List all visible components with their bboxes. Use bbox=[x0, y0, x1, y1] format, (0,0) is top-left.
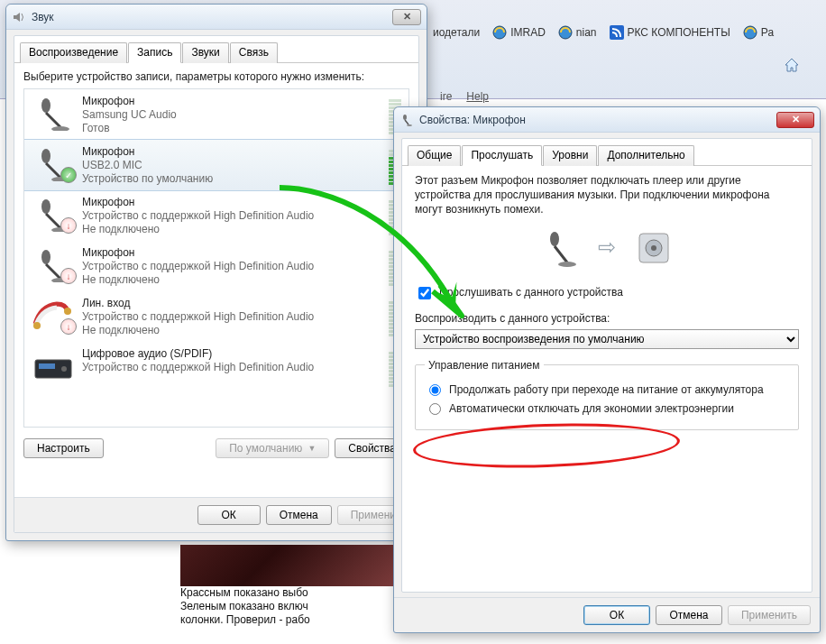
playback-device-select[interactable]: Устройство воспроизведения по умолчанию bbox=[415, 329, 799, 349]
ok-button[interactable]: ОК bbox=[583, 605, 650, 625]
playback-device-label: Воспроизводить с данного устройства: bbox=[415, 311, 799, 326]
cancel-button[interactable]: Отмена bbox=[266, 505, 332, 525]
device-status: Устройство по умолчанию bbox=[82, 172, 401, 185]
background-image-fragment bbox=[180, 545, 393, 586]
device-row[interactable]: Цифровое аудио (S/PDIF)Устройство с подд… bbox=[24, 342, 408, 392]
prop-inner: Общие Прослушать Уровни Дополнительно Эт… bbox=[401, 138, 812, 593]
tab-advanced[interactable]: Дополнительно bbox=[598, 145, 693, 166]
svg-rect-2 bbox=[610, 25, 624, 40]
device-name: Микрофон bbox=[82, 196, 401, 208]
listen-description: Этот разъем Микрофон позволяет подключат… bbox=[415, 173, 799, 217]
bookmark-item[interactable]: РКС КОМПОНЕНТЫ bbox=[610, 25, 730, 40]
device-row[interactable]: ↓Лин. входУстройство с поддержкой High D… bbox=[24, 291, 408, 342]
device-icon: ↓ bbox=[32, 246, 75, 282]
svg-point-23 bbox=[651, 245, 656, 251]
device-row[interactable]: ↓МикрофонУстройство с поддержкой High De… bbox=[24, 190, 408, 241]
svg-point-16 bbox=[61, 366, 67, 372]
device-subtitle: Устройство с поддержкой High Definition … bbox=[82, 361, 401, 373]
set-default-button[interactable]: По умолчанию▼ bbox=[216, 438, 329, 458]
background-menu: ireHelp bbox=[440, 87, 503, 105]
tab-playback[interactable]: Воспроизведение bbox=[20, 42, 127, 63]
device-status: Готов bbox=[82, 122, 401, 134]
prop-title: Свойства: Микрофон bbox=[419, 114, 776, 126]
tab-listen[interactable]: Прослушать bbox=[462, 145, 542, 166]
bookmark-item[interactable]: IMRAD bbox=[492, 25, 546, 40]
ok-button[interactable]: ОК bbox=[197, 505, 261, 525]
svg-point-5 bbox=[51, 126, 69, 131]
chevron-down-icon: ▼ bbox=[307, 444, 316, 453]
device-text: МикрофонSamsung UC AudioГотов bbox=[82, 95, 401, 134]
device-icon: ↓ bbox=[32, 297, 75, 333]
device-name: Лин. вход bbox=[82, 297, 401, 309]
device-status: Не подключено bbox=[82, 324, 401, 336]
device-row[interactable]: ↓МикрофонУстройство с поддержкой High De… bbox=[24, 241, 408, 291]
bookmark-item[interactable]: nian bbox=[558, 25, 597, 40]
svg-point-8 bbox=[41, 199, 50, 214]
mic-properties-dialog: Свойства: Микрофон ✕ Общие Прослушать Ур… bbox=[393, 106, 821, 633]
cancel-button[interactable]: Отмена bbox=[656, 605, 722, 625]
device-icon: ↓ bbox=[32, 196, 75, 232]
device-row[interactable]: ✓МикрофонUSB2.0 MICУстройство по умолчан… bbox=[23, 139, 409, 191]
device-icon: ✓ bbox=[32, 145, 75, 181]
device-subtitle: Устройство с поддержкой High Definition … bbox=[82, 260, 401, 272]
arrow-right-icon: ⇨ bbox=[598, 233, 616, 262]
tab-recording[interactable]: Запись bbox=[128, 42, 181, 63]
recording-prompt: Выберите устройство записи, параметры ко… bbox=[14, 63, 418, 87]
svg-point-4 bbox=[41, 98, 50, 113]
device-text: МикрофонUSB2.0 MICУстройство по умолчани… bbox=[82, 145, 401, 185]
pm-auto-off-label: Автоматически отключать для экономии эле… bbox=[449, 401, 734, 416]
device-subtitle: Устройство с поддержкой High Definition … bbox=[82, 310, 401, 323]
sound-titlebar[interactable]: Звук ✕ bbox=[6, 5, 427, 30]
device-status: Не подключено bbox=[82, 273, 401, 286]
microphone-icon bbox=[540, 228, 580, 268]
tab-levels[interactable]: Уровни bbox=[543, 145, 597, 166]
close-icon: ✕ bbox=[403, 11, 411, 23]
ie-icon bbox=[558, 25, 573, 40]
svg-point-17 bbox=[403, 115, 407, 120]
device-status: Не подключено bbox=[82, 223, 401, 235]
pm-continue-radio[interactable] bbox=[429, 384, 441, 396]
device-subtitle: Устройство с поддержкой High Definition … bbox=[82, 209, 401, 222]
device-text: МикрофонУстройство с поддержкой High Def… bbox=[82, 246, 401, 286]
apply-button[interactable]: Применить bbox=[728, 605, 811, 625]
tab-sounds[interactable]: Звуки bbox=[182, 42, 228, 63]
sound-dialog-buttons: ОК Отмена Примени bbox=[14, 497, 418, 532]
bookmarks-bar: иодетали IMRAD nian РКС КОМПОНЕНТЫ Ра bbox=[433, 25, 826, 40]
device-list[interactable]: МикрофонSamsung UC AudioГотов✓МикрофонUS… bbox=[23, 88, 409, 428]
bookmark-item[interactable]: иодетали bbox=[433, 26, 480, 39]
prop-titlebar[interactable]: Свойства: Микрофон ✕ bbox=[394, 107, 820, 133]
sound-inner: Воспроизведение Запись Звуки Связь Выбер… bbox=[14, 35, 419, 533]
device-subtitle: Samsung UC Audio bbox=[82, 108, 401, 121]
sound-tabs: Воспроизведение Запись Звуки Связь bbox=[14, 36, 418, 63]
pm-auto-off-radio[interactable] bbox=[429, 403, 441, 415]
device-text: МикрофонУстройство с поддержкой High Def… bbox=[82, 196, 401, 235]
close-button[interactable]: ✕ bbox=[392, 9, 421, 25]
listen-checkbox-label: Прослушивать с данного устройства bbox=[439, 285, 623, 299]
device-name: Цифровое аудио (S/PDIF) bbox=[82, 347, 401, 360]
device-name: Микрофон bbox=[82, 246, 401, 259]
tab-communications[interactable]: Связь bbox=[230, 42, 278, 63]
home-icon[interactable] bbox=[783, 56, 801, 74]
svg-point-19 bbox=[550, 232, 559, 246]
prop-tabs: Общие Прослушать Уровни Дополнительно bbox=[402, 139, 812, 166]
ie-icon bbox=[492, 25, 507, 40]
svg-rect-15 bbox=[39, 363, 55, 369]
close-button[interactable]: ✕ bbox=[776, 112, 814, 128]
svg-point-12 bbox=[64, 308, 71, 315]
device-actions: Настроить По умолчанию▼ Свойства bbox=[14, 429, 418, 462]
annotation-text: Крассным показано выбо Зеленым показано … bbox=[180, 586, 310, 627]
pm-continue-label: Продолжать работу при переходе на питани… bbox=[449, 382, 764, 397]
device-icon bbox=[32, 347, 75, 383]
svg-point-6 bbox=[41, 149, 50, 163]
device-row[interactable]: МикрофонSamsung UC AudioГотов bbox=[24, 89, 408, 140]
prop-dialog-buttons: ОК Отмена Применить bbox=[394, 597, 820, 632]
tab-general[interactable]: Общие bbox=[408, 145, 461, 166]
listen-checkbox-row: Прослушивать с данного устройства bbox=[415, 284, 799, 302]
device-icon bbox=[32, 95, 75, 131]
microphone-icon bbox=[399, 113, 414, 127]
listen-checkbox[interactable] bbox=[418, 287, 431, 299]
svg-point-10 bbox=[41, 250, 50, 264]
configure-button[interactable]: Настроить bbox=[23, 438, 104, 458]
bookmark-item[interactable]: Ра bbox=[743, 25, 774, 40]
device-text: Лин. входУстройство с поддержкой High De… bbox=[82, 297, 401, 336]
